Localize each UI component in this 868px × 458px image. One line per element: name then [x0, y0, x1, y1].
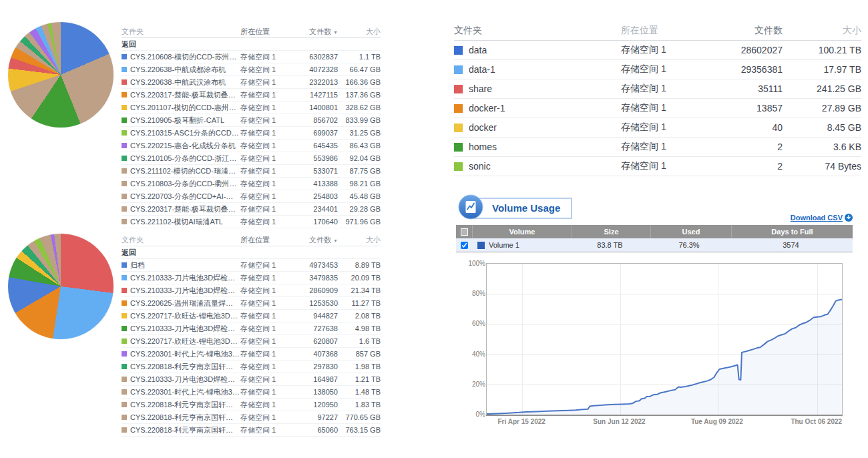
folder-location: 存储空间 1	[621, 141, 708, 153]
table-row[interactable]: CYS.220818-利元亨南京国轩整线-密封钉 存储空间 1 65060 76…	[122, 424, 381, 437]
table-row[interactable]: CYS.220317-楚能-极耳裁切叠一体机-缺陷检测 存储空间 1 14271…	[122, 89, 381, 101]
folder-file-count: 65060	[288, 424, 338, 436]
column-header-location[interactable]: 所在位置	[240, 234, 288, 246]
folder-location: 存储空间 1	[240, 310, 288, 322]
folder-color-swatch	[122, 275, 127, 280]
y-axis-label: 0%	[459, 411, 485, 418]
folder-size: 833.99 GB	[338, 114, 381, 126]
folder-color-swatch	[122, 415, 127, 420]
folder-name: CYS.220717-欣旺达-锂电池3D检测-2D	[130, 335, 240, 347]
folder-location: 存储空间 1	[240, 101, 288, 113]
table-row[interactable]: CYS.221102-模切AI瑞浦ATL 存储空间 1 170640 971.9…	[122, 216, 381, 228]
volume-checkbox[interactable]	[461, 242, 468, 249]
table-row[interactable]: CYS.210905-极耳翻折-CATL 存储空间 1 856702 833.9…	[122, 114, 381, 127]
table-row[interactable]: data-1 存储空间 1 29356381 17.97 TB	[454, 60, 861, 79]
table-row[interactable]: CYS.211102-模切的CCD-瑞浦模切 存储空间 1 533071 87.…	[122, 165, 381, 178]
volume-color-swatch	[477, 242, 485, 249]
column-header-files[interactable]: 文件数	[708, 20, 783, 40]
column-header-location[interactable]: 所在位置	[240, 25, 288, 37]
download-icon[interactable]	[845, 214, 853, 223]
folder-location: 存储空间 1	[621, 63, 708, 75]
column-header-days-to-full: Days to Full	[732, 225, 853, 238]
table-row[interactable]: CYS.201107-模切的CCD-惠州CATL 存储空间 1 1400801 …	[122, 101, 381, 114]
folder-color-swatch	[122, 338, 127, 344]
table-row[interactable]: CYS.210333-刀片电池3D焊检测-重庆 存储空间 1 164987 1.…	[122, 373, 381, 386]
table-row[interactable]: CYS.210803-分条的CCD-衢州题威 存储空间 1 413388 98.…	[122, 178, 381, 190]
folder-location: 存储空间 1	[240, 424, 288, 436]
folder-name: docker-1	[469, 103, 505, 113]
folder-file-count: 138050	[288, 386, 338, 398]
table-row[interactable]: CYS.210333-刀片电池3D焊检测-无为-2期 存储空间 1 347983…	[122, 272, 381, 284]
folder-file-count: 699037	[288, 127, 338, 139]
folder-size: 11.27 TB	[338, 297, 381, 309]
table-row[interactable]: 归档 存储空间 1 4973453 8.89 TB	[122, 259, 381, 272]
folder-table-1: 文件夹 所在位置 文件数▼ 大小 返回 CYS.210608-模切的CCD-苏州…	[122, 25, 381, 228]
folder-name: CYS.220717-欣旺达-锂电池3D检测-3D	[130, 310, 240, 322]
table-row[interactable]: sonic 存储空间 1 2 74 Bytes	[454, 157, 861, 176]
folder-name: CYS.220301-时代上汽-锂电池3D检测-2D	[130, 386, 240, 398]
folder-file-count: 2322013	[288, 76, 338, 88]
table-row[interactable]: CYS.220818-利元亨南京国轩整线-质量焊-3D 存储空间 1 29783…	[122, 361, 381, 373]
column-header-location[interactable]: 所在位置	[621, 20, 708, 40]
table-row[interactable]: CYS.220638-中航武汉涂布机 存储空间 1 2322013 166.36…	[122, 76, 381, 89]
folder-file-count: 3479835	[288, 272, 338, 284]
column-header-folder[interactable]: 文件夹	[122, 234, 240, 246]
column-header-files[interactable]: 文件数▼	[288, 25, 338, 37]
folder-name: CYS.220818-利元亨南京国轩整线-密封钉	[130, 424, 240, 436]
table-row[interactable]: CYS.220703-分条的CCD+AI-衢州题威 存储空间 1 254803 …	[122, 190, 381, 203]
table-row[interactable]: CYS.220818-利元亨南京国轩整线-质量焊-2D 存储空间 1 12095…	[122, 399, 381, 411]
folder-color-swatch	[122, 105, 127, 110]
x-axis-label: Tue Aug 09 2022	[691, 418, 743, 425]
table-row[interactable]: CYS.220717-欣旺达-锂电池3D检测-2D 存储空间 1 620807 …	[122, 335, 381, 348]
folder-name: CYS.210905-极耳翻折-CATL	[130, 114, 224, 126]
folder-size: 1.48 TB	[338, 386, 381, 398]
table-row[interactable]: CYS.220818-利元亨南京国轩整线-顶盖激光焊接-... 存储空间 1 9…	[122, 411, 381, 424]
folder-color-swatch	[454, 85, 463, 93]
column-header-size[interactable]: 大小	[783, 20, 861, 40]
table-row[interactable]: CYS.220215-惠合-化成线分条机 存储空间 1 645435 86.43…	[122, 140, 381, 152]
folder-file-count: 1400801	[288, 101, 338, 113]
download-csv-link[interactable]: Download CSV	[791, 214, 843, 222]
column-header-folder[interactable]: 文件夹	[122, 25, 240, 37]
table-row[interactable]: CYS.220638-中航成都涂布机 存储空间 1 4072328 66.47 …	[122, 63, 381, 76]
column-header-size[interactable]: 大小	[338, 234, 381, 246]
table-row[interactable]: CYS.220317-楚能-极耳裁切叠一体机-定位 存储空间 1 234401 …	[122, 203, 381, 216]
folder-file-count: 28602027	[708, 45, 783, 55]
folder-name: data-1	[469, 64, 495, 75]
folder-file-count: 35111	[708, 83, 783, 94]
table-row[interactable]: data 存储空间 1 28602027 100.21 TB	[454, 41, 861, 60]
folder-location: 存储空间 1	[240, 335, 288, 347]
table-row[interactable]: CYS.210105-分条的CCD-浙江衢威（二厂） 存储空间 1 553986…	[122, 152, 381, 165]
folder-file-count: 727638	[288, 322, 338, 334]
table-row[interactable]: Volume 1 83.8 TB 76.3% 3574	[456, 238, 853, 252]
folder-location: 存储空间 1	[240, 399, 288, 411]
folder-size: 29.28 GB	[338, 203, 381, 215]
table-row[interactable]: CYS.220301-时代上汽-锂电池3D检测-2D 存储空间 1 138050…	[122, 386, 381, 399]
table-row[interactable]: CYS.220625-温州瑞浦流量焊检测 存储空间 1 1253530 11.2…	[122, 297, 381, 310]
x-axis-label: Fri Apr 15 2022	[498, 418, 546, 425]
column-header-folder[interactable]: 文件夹	[454, 20, 621, 40]
select-all-checkbox[interactable]	[456, 225, 473, 238]
column-header-files[interactable]: 文件数▼	[288, 234, 338, 246]
back-link[interactable]: 返回	[122, 38, 381, 51]
table-row[interactable]: CYS.210315-ASC1分条的CCD-ATL分条机 存储空间 1 6990…	[122, 127, 381, 140]
folder-name: CYS.220317-楚能-极耳裁切叠一体机-缺陷检测	[130, 89, 240, 101]
table-row[interactable]: docker-1 存储空间 1 13857 27.89 GB	[454, 99, 861, 118]
folder-location: 存储空间 1	[240, 51, 288, 63]
volume-usage-title: Volume Usage	[469, 198, 572, 219]
folder-size: 1.83 TB	[338, 399, 381, 411]
column-header-size[interactable]: 大小	[338, 25, 381, 37]
table-row[interactable]: share 存储空间 1 35111 241.25 GB	[454, 79, 861, 99]
folder-name: CYS.220317-楚能-极耳裁切叠一体机-定位	[130, 203, 240, 215]
folder-color-swatch	[122, 194, 127, 199]
table-row[interactable]: CYS.210333-刀片电池3D焊检测-宁乡 存储空间 1 2860909 2…	[122, 284, 381, 297]
folder-size: 45.48 GB	[338, 190, 381, 202]
table-row[interactable]: CYS.220717-欣旺达-锂电池3D检测-3D 存储空间 1 944827 …	[122, 310, 381, 322]
table-row[interactable]: CYS.210608-模切的CCD-苏州巧乐 存储空间 1 6302837 1.…	[122, 51, 381, 63]
table-row[interactable]: CYS.210333-刀片电池3D焊检测-停止 存储空间 1 727638 4.…	[122, 322, 381, 335]
table-row[interactable]: homes 存储空间 1 2 3.6 KB	[454, 138, 861, 157]
table-row[interactable]: docker 存储空间 1 40 8.45 GB	[454, 118, 861, 138]
table-row[interactable]: CYS.220301-时代上汽-锂电池3D检测-3D 存储空间 1 407368…	[122, 348, 381, 361]
folder-size: 86.43 GB	[338, 140, 381, 152]
back-link[interactable]: 返回	[122, 246, 381, 259]
